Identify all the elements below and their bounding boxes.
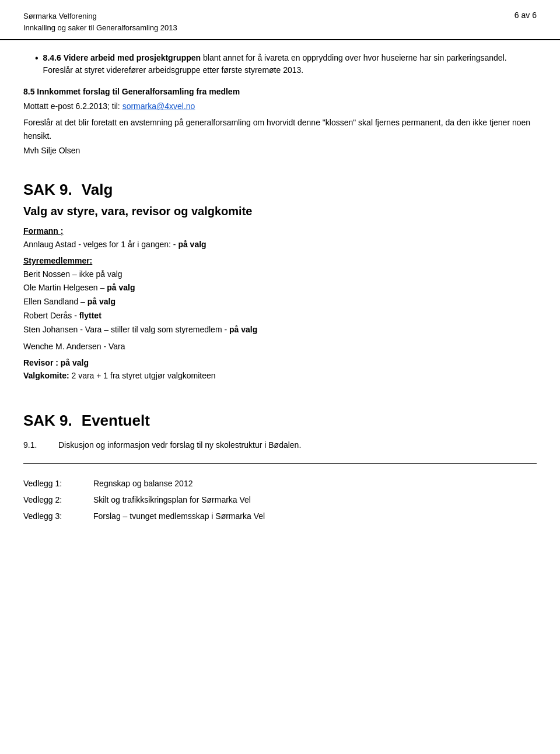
sak9-valg-subheading: Valg av styre, vara, revisor og valgkomi…	[23, 205, 537, 218]
page: Sørmarka Velforening Innkalling og saker…	[0, 0, 560, 754]
formann-item-text: Annlaug Astad - velges for 1 år i gangen…	[23, 240, 178, 249]
section-85-sub1: Mottatt e-post 6.2.2013; til: sormarka@4…	[23, 100, 537, 113]
vedlegg-2-label: Vedlegg 2:	[23, 492, 93, 508]
vedlegg-table: Vedlegg 1: Regnskap og balanse 2012 Vedl…	[23, 475, 537, 524]
bullet-846-text: 8.4.6 Videre arbeid med prosjektgruppen …	[43, 52, 507, 76]
sak9-eventuelt-label: SAK 9.	[23, 412, 72, 430]
formann-item-bold: på valg	[178, 240, 206, 249]
valgkomite-label: Valgkomite:	[23, 371, 69, 380]
section-85-sub1-text: Mottatt e-post 6.2.2013; til:	[23, 101, 123, 111]
styremedlem-2: Ole Martin Helgesen – på valg	[23, 281, 537, 295]
header-left: Sørmarka Velforening Innkalling og saker…	[23, 10, 177, 33]
formann-item: Annlaug Astad - velges for 1 år i gangen…	[23, 238, 537, 251]
styremedlemmer-section: Styremedlemmer: Berit Nossen – ikke på v…	[23, 256, 537, 337]
doc-title: Innkalling og saker til Generalforsamlin…	[23, 22, 177, 34]
vedlegg-row-3: Vedlegg 3: Forslag – tvunget medlemsskap…	[23, 508, 537, 524]
sak9-valg-section: SAK 9. Valg Valg av styre, vara, revisor…	[23, 167, 537, 380]
vedlegg-3-text: Forslag – tvunget medlemsskap i Sørmarka…	[93, 508, 537, 524]
revisor-line: Revisor : på valg	[23, 358, 537, 367]
section-85: 8.5 Innkommet forslag til Generalforsaml…	[23, 87, 537, 155]
vedlegg-3-label: Vedlegg 3:	[23, 508, 93, 524]
page-info: 6 av 6	[514, 10, 537, 20]
sak9-valg-label: SAK 9.	[23, 181, 72, 199]
sak9-eventuelt-title: Eventuelt	[82, 412, 150, 430]
vedlegg-2-text: Skilt og trafikksikringsplan for Sørmark…	[93, 492, 537, 508]
section-85-mvh: Mvh Silje Olsen	[23, 146, 537, 155]
vedlegg-1-text: Regnskap og balanse 2012	[93, 475, 537, 492]
section-846-heading-rest: blant annet for å ivareta en opprydding …	[201, 53, 507, 62]
styremedlem-3: Ellen Sandland – på valg	[23, 295, 537, 309]
section-846-para1: Foreslår at styret viderefører arbeidsgr…	[43, 65, 304, 75]
section-85-body: Foreslår at det blir foretatt en avstemn…	[23, 116, 537, 142]
styremedlem-4: Robert Derås - flyttet	[23, 309, 537, 323]
section-85-heading: 8.5 Innkommet forslag til Generalforsaml…	[23, 87, 537, 96]
sak9-valg-title: Valg	[82, 181, 113, 199]
main-content: • 8.4.6 Videre arbeid med prosjektgruppe…	[0, 40, 560, 536]
wenche-line: Wenche M. Andersen - Vara	[23, 342, 537, 351]
page-header: Sørmarka Velforening Innkalling og saker…	[0, 0, 560, 40]
bullet-846: • 8.4.6 Videre arbeid med prosjektgruppe…	[35, 52, 537, 76]
valgkomite-value: 2 vara + 1 fra styret utgjør valgkomitee…	[71, 371, 215, 380]
eventuelt-item-1: 9.1. Diskusjon og informasjon vedr forsl…	[23, 439, 537, 451]
section-85-link[interactable]: sormarka@4xvel.no	[123, 101, 195, 111]
styremedlem-5: Sten Johansen - Vara – stiller til valg …	[23, 323, 537, 337]
vedlegg-row-1: Vedlegg 1: Regnskap og balanse 2012	[23, 475, 537, 492]
vedlegg-1-label: Vedlegg 1:	[23, 475, 93, 492]
eventuelt-item-1-number: 9.1.	[23, 439, 58, 451]
divider	[23, 463, 537, 464]
styremedlemmer-list: Berit Nossen – ikke på valg Ole Martin H…	[23, 268, 537, 337]
styremedlem-1: Berit Nossen – ikke på valg	[23, 268, 537, 282]
sak9-eventuelt-section: SAK 9. Eventuelt 9.1. Diskusjon og infor…	[23, 398, 537, 451]
revisor-value: på valg	[61, 358, 89, 367]
eventuelt-item-1-text: Diskusjon og informasjon vedr forslag ti…	[58, 439, 537, 451]
revisor-label: Revisor :	[23, 358, 58, 367]
formann-label: Formann ;	[23, 226, 537, 236]
bullet-dot: •	[35, 52, 38, 65]
valgkomite-line: Valgkomite: 2 vara + 1 fra styret utgjør…	[23, 371, 537, 380]
section-846: • 8.4.6 Videre arbeid med prosjektgruppe…	[23, 52, 537, 76]
vedlegg-row-2: Vedlegg 2: Skilt og trafikksikringsplan …	[23, 492, 537, 508]
styremedlemmer-label: Styremedlemmer:	[23, 256, 537, 265]
section-846-heading-bold: 8.4.6 Videre arbeid med prosjektgruppen	[43, 53, 201, 62]
formann-section: Formann ; Annlaug Astad - velges for 1 å…	[23, 226, 537, 251]
org-name: Sørmarka Velforening	[23, 10, 177, 22]
